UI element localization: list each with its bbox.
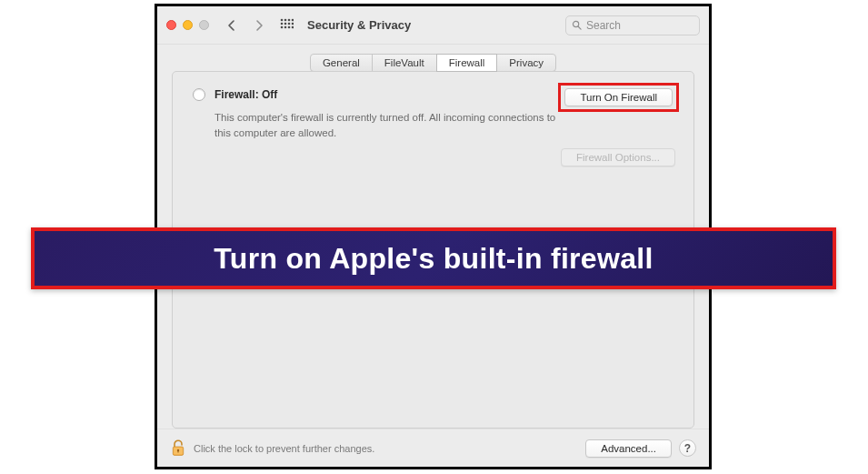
back-button[interactable] [222,15,242,35]
help-icon: ? [684,442,691,455]
tab-privacy[interactable]: Privacy [496,54,556,72]
traffic-lights [166,20,209,30]
firewall-status-label: Firewall: Off [215,88,277,101]
tab-label: Firewall [449,57,485,68]
lock-caption: Click the lock to prevent further change… [194,443,374,454]
annotation-text: Turn on Apple's built-in firewall [214,242,653,276]
svg-point-4 [280,23,283,25]
svg-point-2 [287,19,290,22]
window-footer: Click the lock to prevent further change… [157,429,709,467]
svg-point-10 [287,26,290,29]
button-label: Advanced... [601,443,656,454]
tab-filevault[interactable]: FileVault [372,54,437,72]
lock-icon[interactable] [170,439,186,459]
minimize-icon[interactable] [183,20,193,30]
window-toolbar: Security & Privacy Search [157,6,709,45]
show-all-icon[interactable] [276,15,296,35]
svg-point-3 [291,19,293,22]
highlight-box: Turn On Firewall [558,83,679,112]
close-icon[interactable] [166,20,176,30]
svg-rect-17 [177,450,178,453]
svg-line-13 [578,26,581,29]
button-label: Firewall Options... [576,152,660,163]
tab-label: FileVault [384,57,424,68]
svg-point-6 [287,23,290,25]
advanced-button[interactable]: Advanced... [585,439,672,458]
turn-on-firewall-button[interactable]: Turn On Firewall [564,88,673,106]
svg-point-8 [280,26,283,29]
button-label: Turn On Firewall [580,92,657,103]
search-input[interactable]: Search [565,15,700,35]
tab-firewall[interactable]: Firewall [436,54,498,72]
zoom-icon [199,20,209,30]
search-placeholder: Search [586,19,621,32]
tab-bar: General FileVault Firewall Privacy [310,54,556,72]
window-title: Security & Privacy [307,18,411,32]
search-icon [572,20,582,30]
tab-label: Privacy [509,57,544,68]
help-button[interactable]: ? [679,439,696,457]
annotation-banner: Turn on Apple's built-in firewall [31,227,836,289]
firewall-options-button: Firewall Options... [561,148,675,166]
firewall-description: This computer's firewall is currently tu… [215,110,560,140]
svg-point-11 [291,26,293,29]
svg-point-1 [284,19,286,22]
status-indicator-icon [193,88,205,101]
svg-point-5 [284,23,286,25]
forward-button [249,15,269,35]
tab-label: General [323,57,360,68]
svg-point-9 [284,26,286,29]
tab-general[interactable]: General [310,54,373,72]
svg-point-7 [291,23,293,25]
svg-point-0 [280,19,283,22]
